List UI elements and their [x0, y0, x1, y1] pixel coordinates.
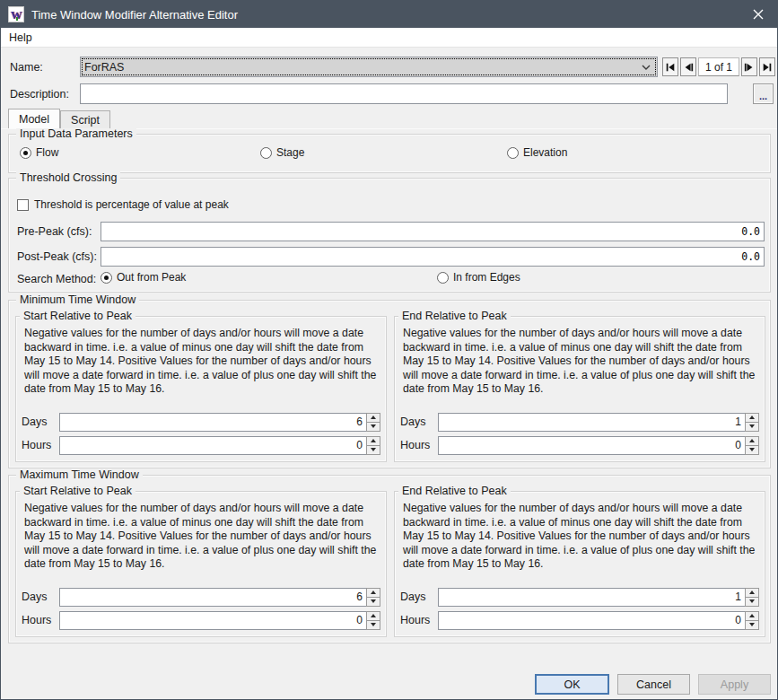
- window-title: Time Window Modifier Alternative Editor: [31, 8, 739, 22]
- spinner-down-button[interactable]: [366, 423, 380, 432]
- hours-value[interactable]: 0: [59, 611, 366, 630]
- triangle-down-icon: [371, 448, 376, 451]
- menu-item-help[interactable]: Help: [1, 28, 40, 47]
- input-data-parameters-group: Input Data Parameters Flow Stage Elevati…: [8, 134, 771, 173]
- tab-script[interactable]: Script: [60, 110, 110, 128]
- days-spinner[interactable]: 1: [438, 413, 759, 432]
- radio-in-from-edges[interactable]: In from Edges: [437, 271, 520, 284]
- hours-spinner[interactable]: 0: [59, 611, 380, 630]
- days-value[interactable]: 6: [59, 413, 366, 432]
- spinner-down-button[interactable]: [366, 621, 380, 630]
- days-spinner[interactable]: 6: [59, 413, 380, 432]
- minimum-time-window-group: Minimum Time Window Start Relative to Pe…: [8, 300, 771, 468]
- previous-record-icon: [683, 62, 694, 73]
- radio-out-from-peak[interactable]: Out from Peak: [101, 271, 186, 284]
- hours-value[interactable]: 0: [438, 611, 745, 630]
- close-button[interactable]: [739, 1, 777, 28]
- last-record-button[interactable]: [759, 57, 775, 76]
- panel-title: End Relative to Peak: [398, 310, 511, 322]
- spinner-up-button[interactable]: [745, 611, 759, 621]
- hours-spinner[interactable]: 0: [438, 436, 759, 455]
- name-value: ForRAS: [84, 61, 639, 74]
- panel-title: Start Relative to Peak: [20, 485, 135, 497]
- triangle-up-icon: [371, 439, 376, 442]
- spinner-up-button[interactable]: [366, 611, 380, 621]
- days-value[interactable]: 6: [59, 588, 366, 607]
- checkbox-icon: [17, 199, 29, 211]
- radio-button-icon: [260, 147, 272, 159]
- threshold-crossing-group: Threshold Crossing Threshold is percenta…: [8, 178, 771, 293]
- spinner-down-button[interactable]: [366, 446, 380, 455]
- title-bar[interactable]: W Time Window Modifier Alternative Edito…: [1, 1, 777, 28]
- spinner-up-button[interactable]: [366, 436, 380, 446]
- first-record-button[interactable]: [662, 57, 678, 76]
- previous-record-button[interactable]: [680, 57, 696, 76]
- relative-note: Negative values for the number of days a…: [403, 502, 758, 572]
- chevron-down-icon[interactable]: [639, 65, 653, 70]
- min-end-relative-panel: End Relative to Peak Negative values for…: [394, 316, 765, 462]
- tab-model[interactable]: Model: [8, 109, 60, 128]
- post-peak-label: Post-Peak (cfs):: [17, 250, 97, 263]
- hours-value[interactable]: 0: [59, 436, 366, 455]
- spinner-down-button[interactable]: [745, 423, 759, 432]
- spinner-up-button[interactable]: [366, 588, 380, 598]
- spinner-up-button[interactable]: [366, 413, 380, 423]
- next-record-icon: [744, 62, 755, 73]
- ok-button[interactable]: OK: [535, 674, 609, 695]
- radio-button-icon: [437, 272, 449, 284]
- record-position: 1 of 1: [698, 57, 739, 76]
- spinner-up-button[interactable]: [745, 588, 759, 598]
- days-label: Days: [400, 416, 438, 428]
- spinner-up-button[interactable]: [745, 436, 759, 446]
- radio-stage[interactable]: Stage: [260, 146, 304, 159]
- radio-flow[interactable]: Flow: [20, 146, 58, 159]
- apply-button: Apply: [698, 674, 771, 695]
- triangle-down-icon: [749, 623, 755, 626]
- hours-row: Hours 0: [22, 435, 380, 455]
- threshold-percentage-checkbox[interactable]: Threshold is percentage of value at peak: [17, 198, 229, 211]
- checkbox-label: Threshold is percentage of value at peak: [34, 198, 229, 211]
- days-value[interactable]: 1: [438, 588, 745, 607]
- days-spinner[interactable]: 6: [59, 588, 380, 607]
- description-input[interactable]: [80, 83, 728, 104]
- days-row: Days 6: [22, 587, 380, 607]
- relative-note: Negative values for the number of days a…: [403, 327, 758, 397]
- radio-button-icon: [20, 147, 31, 159]
- last-record-icon: [762, 62, 773, 73]
- days-row: Days 1: [400, 587, 759, 607]
- pre-peak-input[interactable]: [101, 222, 765, 241]
- spinner-down-button[interactable]: [745, 621, 759, 630]
- radio-stage-label: Stage: [276, 146, 304, 159]
- triangle-down-icon: [371, 424, 376, 428]
- days-value[interactable]: 1: [438, 413, 745, 432]
- menu-bar: Help: [1, 28, 777, 48]
- relative-note: Negative values for the number of days a…: [24, 502, 380, 572]
- spinner-down-button[interactable]: [366, 598, 380, 607]
- app-icon: W: [8, 6, 24, 22]
- cancel-button[interactable]: Cancel: [617, 674, 690, 695]
- hours-row: Hours 0: [400, 610, 759, 630]
- hours-spinner[interactable]: 0: [59, 436, 380, 455]
- hours-label: Hours: [400, 439, 438, 451]
- hours-row: Hours 0: [22, 610, 380, 630]
- radio-flow-label: Flow: [36, 146, 58, 159]
- spinner-down-button[interactable]: [745, 598, 759, 607]
- triangle-down-icon: [371, 623, 376, 626]
- post-peak-input[interactable]: [101, 247, 765, 267]
- next-record-button[interactable]: [741, 57, 757, 76]
- browse-button[interactable]: ...: [753, 83, 774, 104]
- panel-title: Start Relative to Peak: [20, 310, 135, 322]
- radio-in-from-edges-label: In from Edges: [453, 271, 520, 284]
- hours-spinner[interactable]: 0: [438, 611, 759, 630]
- days-spinner[interactable]: 1: [438, 588, 759, 607]
- group-title: Input Data Parameters: [16, 127, 136, 140]
- hours-row: Hours 0: [400, 435, 759, 455]
- radio-elevation[interactable]: Elevation: [507, 146, 567, 159]
- spinner-down-button[interactable]: [745, 446, 759, 455]
- pre-peak-label: Pre-Peak (cfs):: [17, 225, 92, 238]
- name-combobox[interactable]: ForRAS: [80, 57, 658, 77]
- record-navigator: 1 of 1: [662, 57, 775, 76]
- radio-elevation-label: Elevation: [523, 146, 567, 159]
- hours-value[interactable]: 0: [438, 436, 745, 455]
- spinner-up-button[interactable]: [745, 413, 759, 423]
